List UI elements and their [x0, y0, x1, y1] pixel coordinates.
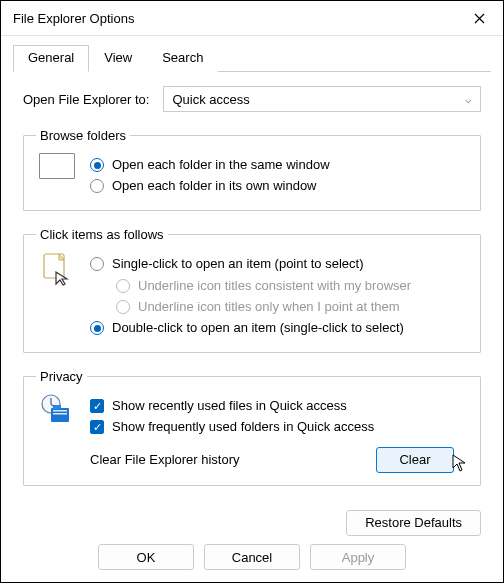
radio-double-click-label: Double-click to open an item (single-cli…	[112, 319, 404, 337]
radio-icon	[90, 321, 104, 335]
svg-rect-3	[53, 405, 61, 409]
apply-button[interactable]: Apply	[310, 544, 406, 570]
radio-underline-point: Underline icon titles only when I point …	[116, 298, 468, 316]
svg-rect-4	[53, 410, 67, 412]
tab-search[interactable]: Search	[147, 45, 218, 72]
privacy-icon	[36, 394, 78, 472]
open-explorer-select[interactable]: Quick access ⌵	[163, 86, 481, 112]
chevron-down-icon: ⌵	[465, 93, 472, 106]
checkbox-icon	[90, 399, 104, 413]
privacy-group: Privacy Show recently used fil	[23, 369, 481, 485]
radio-icon	[116, 300, 130, 314]
browse-folders-legend: Browse folders	[36, 128, 130, 143]
clear-history-label: Clear File Explorer history	[90, 452, 240, 467]
dialog-footer: OK Cancel Apply	[1, 544, 503, 570]
close-icon	[474, 13, 485, 24]
check-recent-files-label: Show recently used files in Quick access	[112, 397, 347, 415]
radio-own-window-label: Open each folder in its own window	[112, 177, 317, 195]
radio-single-click[interactable]: Single-click to open an item (point to s…	[90, 255, 468, 273]
window-title: File Explorer Options	[13, 11, 134, 26]
check-frequent-folders-label: Show frequently used folders in Quick ac…	[112, 418, 374, 436]
click-items-legend: Click items as follows	[36, 227, 168, 242]
cancel-button[interactable]: Cancel	[204, 544, 300, 570]
restore-defaults-button[interactable]: Restore Defaults	[346, 510, 481, 536]
tab-general[interactable]: General	[13, 45, 89, 72]
radio-own-window[interactable]: Open each folder in its own window	[90, 177, 468, 195]
radio-single-click-label: Single-click to open an item (point to s…	[112, 255, 363, 273]
check-frequent-folders[interactable]: Show frequently used folders in Quick ac…	[90, 418, 468, 436]
open-explorer-value: Quick access	[172, 92, 249, 107]
radio-underline-browser-label: Underline icon titles consistent with my…	[138, 277, 411, 295]
cursor-icon	[452, 454, 466, 472]
svg-rect-5	[53, 413, 67, 415]
tab-content: Open File Explorer to: Quick access ⌵ Br…	[1, 72, 503, 510]
options-dialog: File Explorer Options General View Searc…	[0, 0, 504, 583]
browse-folders-group: Browse folders Open each folder in the s…	[23, 128, 481, 211]
checkbox-icon	[90, 420, 104, 434]
open-explorer-label: Open File Explorer to:	[23, 92, 149, 107]
title-bar: File Explorer Options	[1, 1, 503, 36]
close-button[interactable]	[463, 7, 495, 29]
click-items-icon	[36, 252, 78, 340]
radio-icon	[90, 257, 104, 271]
radio-icon	[90, 158, 104, 172]
privacy-legend: Privacy	[36, 369, 87, 384]
open-explorer-row: Open File Explorer to: Quick access ⌵	[23, 86, 481, 112]
browse-folder-icon	[36, 153, 78, 198]
radio-underline-point-label: Underline icon titles only when I point …	[138, 298, 400, 316]
click-items-group: Click items as follows Single-click to o…	[23, 227, 481, 353]
check-recent-files[interactable]: Show recently used files in Quick access	[90, 397, 468, 415]
radio-icon	[116, 279, 130, 293]
radio-double-click[interactable]: Double-click to open an item (single-cli…	[90, 319, 468, 337]
tabs-row: General View Search	[13, 36, 491, 72]
radio-underline-browser: Underline icon titles consistent with my…	[116, 277, 468, 295]
radio-same-window[interactable]: Open each folder in the same window	[90, 156, 468, 174]
radio-icon	[90, 179, 104, 193]
tab-view[interactable]: View	[89, 45, 147, 72]
clear-button[interactable]: Clear	[376, 447, 454, 473]
ok-button[interactable]: OK	[98, 544, 194, 570]
radio-same-window-label: Open each folder in the same window	[112, 156, 330, 174]
